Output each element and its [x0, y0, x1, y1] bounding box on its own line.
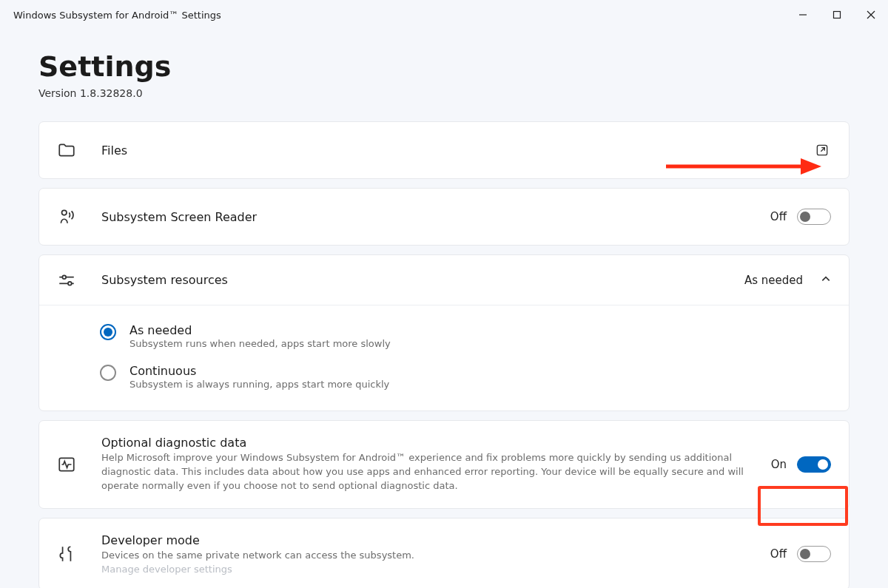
window-controls — [786, 0, 888, 30]
screen-reader-toggle[interactable] — [797, 209, 831, 225]
resources-header[interactable]: Subsystem resources As needed — [39, 255, 849, 305]
option-continuous[interactable]: Continuous Subsystem is always running, … — [57, 356, 831, 397]
close-icon — [867, 10, 875, 19]
developer-state-label: Off — [770, 547, 787, 561]
content-area: Settings Version 1.8.32828.0 Files — [0, 30, 888, 588]
close-button[interactable] — [854, 0, 888, 30]
files-label: Files — [101, 143, 801, 158]
svg-rect-1 — [834, 12, 841, 18]
resources-label: Subsystem resources — [101, 273, 744, 287]
radio-continuous[interactable] — [100, 365, 116, 381]
option-as-needed-title: As needed — [130, 323, 391, 337]
developer-manage-link[interactable]: Manage developer settings — [101, 564, 758, 575]
page-title: Settings — [38, 50, 850, 83]
svg-point-9 — [68, 281, 72, 285]
diagnostic-desc: Help Microsoft improve your Windows Subs… — [101, 451, 759, 493]
option-continuous-title: Continuous — [130, 364, 389, 378]
developer-card: Developer mode Devices on the same priva… — [38, 518, 850, 588]
option-as-needed[interactable]: As needed Subsystem runs when needed, ap… — [57, 316, 831, 356]
screen-reader-state-label: Off — [770, 210, 787, 223]
minimize-icon — [798, 10, 807, 19]
files-card[interactable]: Files — [38, 121, 850, 179]
accessibility-icon — [57, 207, 76, 226]
option-as-needed-desc: Subsystem runs when needed, apps start m… — [130, 338, 391, 349]
tools-icon — [57, 544, 76, 564]
activity-icon — [57, 455, 76, 474]
window-title: Windows Subsystem for Android™ Settings — [13, 10, 221, 21]
open-external-button[interactable] — [813, 141, 831, 159]
radio-as-needed[interactable] — [100, 324, 116, 340]
chevron-up-icon — [821, 273, 831, 287]
title-bar: Windows Subsystem for Android™ Settings — [0, 0, 888, 30]
screen-reader-label: Subsystem Screen Reader — [101, 210, 758, 224]
svg-point-7 — [62, 275, 66, 279]
version-text: Version 1.8.32828.0 — [38, 87, 850, 99]
diagnostic-toggle[interactable] — [797, 456, 831, 473]
diagnostic-state-label: On — [771, 458, 787, 471]
screen-reader-card: Subsystem Screen Reader Off — [38, 188, 850, 246]
resources-card: Subsystem resources As needed As needed … — [38, 254, 850, 411]
developer-toggle[interactable] — [797, 546, 831, 562]
folder-icon — [57, 141, 76, 160]
developer-title: Developer mode — [101, 533, 758, 547]
maximize-icon — [832, 10, 841, 19]
maximize-button[interactable] — [820, 0, 854, 30]
option-continuous-desc: Subsystem is always running, apps start … — [130, 379, 389, 390]
open-external-icon — [815, 143, 830, 158]
developer-desc: Devices on the same private network can … — [101, 549, 758, 563]
diagnostic-title: Optional diagnostic data — [101, 436, 759, 450]
svg-point-5 — [62, 210, 67, 215]
diagnostic-card: Optional diagnostic data Help Microsoft … — [38, 420, 850, 509]
resources-value: As needed — [744, 274, 803, 287]
minimize-button[interactable] — [786, 0, 820, 30]
sliders-icon — [57, 271, 76, 290]
resources-options: As needed Subsystem runs when needed, ap… — [39, 305, 849, 410]
svg-rect-10 — [59, 458, 74, 470]
